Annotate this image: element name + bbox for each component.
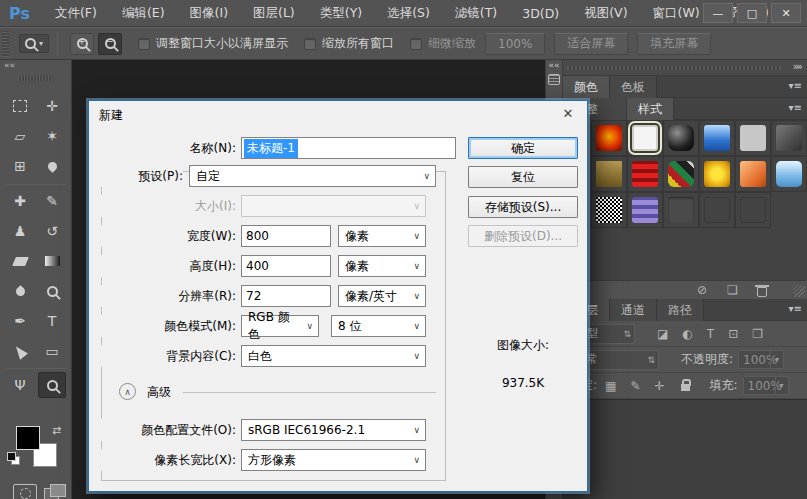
name-input[interactable]: 未标题-1	[241, 137, 456, 159]
filter-adjustment-layers-icon[interactable]: ◐	[682, 327, 692, 341]
tab-channels[interactable]: 通道	[610, 299, 657, 321]
fill-value-box[interactable]: 100% ▾	[743, 376, 789, 395]
style-swatch[interactable]	[591, 120, 627, 156]
resolution-unit-dropdown[interactable]: 像素/英寸 ∨	[338, 285, 426, 307]
close-button[interactable]: ✕	[771, 3, 801, 23]
tab-styles[interactable]: 样式	[627, 98, 674, 120]
magic-wand-tool[interactable]: ✶	[38, 123, 66, 149]
style-swatch[interactable]	[699, 156, 735, 192]
minimize-button[interactable]: —	[703, 3, 733, 23]
path-selection-tool[interactable]	[6, 338, 34, 364]
clear-style-icon[interactable]: ⊘	[697, 283, 707, 297]
style-swatch[interactable]	[771, 120, 807, 156]
brush-tool[interactable]: ✎	[38, 188, 66, 214]
blur-tool[interactable]	[6, 278, 34, 304]
ok-button[interactable]: 确定	[468, 137, 578, 159]
lock-image-icon[interactable]: ✎	[630, 379, 640, 393]
preset-dropdown[interactable]: 自定 ∨	[189, 165, 436, 187]
menu-edit[interactable]: 编辑(E)	[122, 5, 165, 22]
color-panel-menu-icon[interactable]: ▾≡	[789, 80, 802, 91]
current-tool-zoom[interactable]: ▾	[19, 34, 49, 53]
height-unit-dropdown[interactable]: 像素 ∨	[338, 255, 426, 277]
tools-collapse-arrows[interactable]: ««	[0, 60, 71, 73]
style-swatch[interactable]	[735, 156, 771, 192]
rectangular-marquee-tool[interactable]	[6, 93, 34, 119]
history-brush-tool[interactable]: ↺	[38, 218, 66, 244]
crop-tool[interactable]: ⊞	[6, 153, 34, 179]
style-swatch[interactable]	[771, 156, 807, 192]
scrubby-zoom-checkbox[interactable]	[410, 38, 422, 50]
style-swatch[interactable]	[591, 192, 627, 228]
layers-list-empty[interactable]	[563, 399, 807, 499]
resize-windows-checkbox[interactable]	[138, 38, 150, 50]
tab-swatches[interactable]: 色板	[610, 76, 657, 98]
background-dropdown[interactable]: 白色 ∨	[241, 345, 426, 367]
lock-position-icon[interactable]: ✛	[654, 379, 664, 393]
menu-image[interactable]: 图像(I)	[190, 5, 228, 22]
menu-file[interactable]: 文件(F)	[55, 5, 97, 22]
healing-brush-tool[interactable]: ✚	[6, 188, 34, 214]
color-mode-dropdown[interactable]: RGB 颜色 ∨	[241, 315, 319, 337]
bit-depth-dropdown[interactable]: 8 位 ∨	[331, 315, 426, 337]
dock-collapse-arrows[interactable]: ««	[548, 60, 559, 70]
filter-smart-objects-icon[interactable]: ❐	[752, 327, 763, 341]
resize-windows-option[interactable]: 调整窗口大小以满屏显示	[138, 35, 288, 52]
dock-grip[interactable]	[567, 66, 781, 70]
tools-panel-grip[interactable]	[18, 75, 53, 81]
eyedropper-tool[interactable]	[38, 153, 66, 179]
shape-tool[interactable]: ▭	[38, 338, 66, 364]
color-profile-dropdown[interactable]: sRGB IEC61966-2.1 ∨	[241, 419, 426, 441]
opacity-value-box[interactable]: 100% ▾	[738, 350, 784, 369]
swap-colors-icon[interactable]: ⇄	[52, 424, 61, 437]
fit-screen-button[interactable]: 适合屏幕	[554, 33, 628, 55]
quick-mask-button[interactable]	[13, 484, 37, 499]
lock-transparency-icon[interactable]: ▦	[605, 379, 616, 393]
collapsed-panel-icon[interactable]	[548, 74, 560, 85]
layers-panel-menu-icon[interactable]: ▾≡	[789, 303, 802, 314]
default-colors-icon[interactable]	[7, 452, 20, 465]
options-bar-grip[interactable]	[2, 31, 9, 57]
pixel-aspect-dropdown[interactable]: 方形像素 ∨	[241, 449, 426, 471]
zoom-all-windows-option[interactable]: 缩放所有窗口	[304, 35, 394, 52]
style-swatch[interactable]	[591, 156, 627, 192]
style-swatch[interactable]	[663, 156, 699, 192]
style-swatch[interactable]	[627, 192, 663, 228]
zoom-all-windows-checkbox[interactable]	[304, 38, 316, 50]
type-tool[interactable]: T	[38, 308, 66, 334]
foreground-color-swatch[interactable]	[16, 426, 40, 450]
menu-layer[interactable]: 图层(L)	[253, 5, 295, 22]
width-unit-dropdown[interactable]: 像素 ∨	[338, 225, 426, 247]
menu-view[interactable]: 视图(V)	[584, 5, 627, 22]
style-swatch[interactable]	[663, 120, 699, 156]
fill-screen-button[interactable]: 填充屏幕	[637, 33, 711, 55]
style-swatch[interactable]	[735, 192, 771, 228]
menu-window[interactable]: 窗口(W)	[653, 5, 700, 22]
menu-type[interactable]: 类型(Y)	[320, 5, 362, 22]
zoom-tool-selected[interactable]	[38, 372, 66, 398]
hand-tool[interactable]: Ψ	[6, 372, 34, 398]
tab-color[interactable]: 颜色	[563, 76, 610, 98]
style-swatch[interactable]	[699, 192, 735, 228]
dock-collapse-icon[interactable]: »»	[793, 61, 801, 72]
panel-resize-grip[interactable]	[793, 285, 805, 297]
tab-paths[interactable]: 路径	[657, 299, 704, 321]
width-input[interactable]	[241, 225, 331, 247]
resolution-input[interactable]	[241, 285, 331, 307]
save-preset-button[interactable]: 存储预设(S)...	[468, 196, 578, 218]
styles-panel-menu-icon[interactable]: ▾≡	[789, 102, 802, 113]
eraser-tool[interactable]	[6, 248, 34, 274]
actual-pixels-button[interactable]: 100%	[485, 33, 545, 55]
lasso-tool[interactable]: ▱	[6, 123, 34, 149]
reset-button[interactable]: 复位	[468, 166, 578, 188]
menu-filter[interactable]: 滤镜(T)	[455, 5, 497, 22]
menu-3d[interactable]: 3D(D)	[522, 6, 559, 21]
trash-icon[interactable]	[757, 287, 767, 297]
dialog-close-icon[interactable]: ✕	[559, 106, 577, 121]
style-swatch[interactable]	[663, 192, 699, 228]
new-style-icon[interactable]: ❏	[727, 283, 738, 297]
zoom-in-button[interactable]: +	[70, 33, 94, 55]
style-swatch-selected[interactable]	[627, 120, 663, 156]
screen-mode-button[interactable]	[44, 484, 66, 499]
filter-type-layers-icon[interactable]: T	[707, 327, 714, 341]
advanced-toggle-button[interactable]: ∧	[119, 383, 136, 400]
